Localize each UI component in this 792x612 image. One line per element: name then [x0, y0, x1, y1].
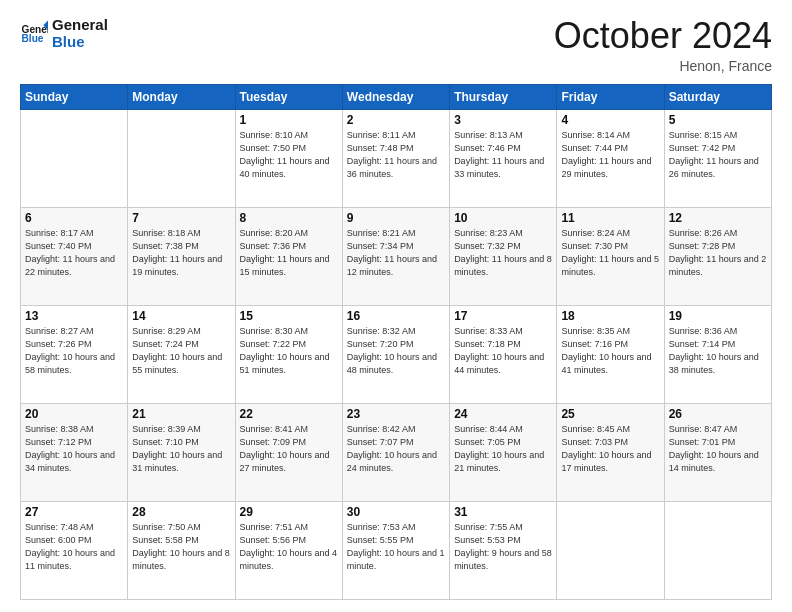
- day-info: Sunrise: 7:51 AM Sunset: 5:56 PM Dayligh…: [240, 521, 338, 573]
- day-info: Sunrise: 8:24 AM Sunset: 7:30 PM Dayligh…: [561, 227, 659, 279]
- day-info: Sunrise: 8:18 AM Sunset: 7:38 PM Dayligh…: [132, 227, 230, 279]
- calendar-day-cell: 9Sunrise: 8:21 AM Sunset: 7:34 PM Daylig…: [342, 207, 449, 305]
- calendar-day-cell: 27Sunrise: 7:48 AM Sunset: 6:00 PM Dayli…: [21, 501, 128, 599]
- calendar-week-row: 20Sunrise: 8:38 AM Sunset: 7:12 PM Dayli…: [21, 403, 772, 501]
- svg-text:Blue: Blue: [22, 34, 44, 45]
- day-number: 1: [240, 113, 338, 127]
- calendar-week-row: 27Sunrise: 7:48 AM Sunset: 6:00 PM Dayli…: [21, 501, 772, 599]
- col-monday: Monday: [128, 84, 235, 109]
- calendar-day-cell: 4Sunrise: 8:14 AM Sunset: 7:44 PM Daylig…: [557, 109, 664, 207]
- logo-blue-text: Blue: [52, 33, 108, 50]
- day-number: 8: [240, 211, 338, 225]
- day-number: 29: [240, 505, 338, 519]
- day-number: 3: [454, 113, 552, 127]
- day-info: Sunrise: 8:41 AM Sunset: 7:09 PM Dayligh…: [240, 423, 338, 475]
- day-info: Sunrise: 8:26 AM Sunset: 7:28 PM Dayligh…: [669, 227, 767, 279]
- calendar-week-row: 1Sunrise: 8:10 AM Sunset: 7:50 PM Daylig…: [21, 109, 772, 207]
- calendar-day-cell: 18Sunrise: 8:35 AM Sunset: 7:16 PM Dayli…: [557, 305, 664, 403]
- calendar-day-cell: 8Sunrise: 8:20 AM Sunset: 7:36 PM Daylig…: [235, 207, 342, 305]
- day-number: 31: [454, 505, 552, 519]
- calendar-table: Sunday Monday Tuesday Wednesday Thursday…: [20, 84, 772, 600]
- day-info: Sunrise: 8:32 AM Sunset: 7:20 PM Dayligh…: [347, 325, 445, 377]
- day-info: Sunrise: 8:23 AM Sunset: 7:32 PM Dayligh…: [454, 227, 552, 279]
- calendar-day-cell: 29Sunrise: 7:51 AM Sunset: 5:56 PM Dayli…: [235, 501, 342, 599]
- logo: General Blue General Blue: [20, 16, 108, 51]
- day-info: Sunrise: 8:29 AM Sunset: 7:24 PM Dayligh…: [132, 325, 230, 377]
- logo-general-text: General: [52, 16, 108, 33]
- calendar-day-cell: 17Sunrise: 8:33 AM Sunset: 7:18 PM Dayli…: [450, 305, 557, 403]
- calendar-day-cell: 13Sunrise: 8:27 AM Sunset: 7:26 PM Dayli…: [21, 305, 128, 403]
- col-sunday: Sunday: [21, 84, 128, 109]
- day-info: Sunrise: 8:35 AM Sunset: 7:16 PM Dayligh…: [561, 325, 659, 377]
- calendar-day-cell: 31Sunrise: 7:55 AM Sunset: 5:53 PM Dayli…: [450, 501, 557, 599]
- calendar-day-cell: [21, 109, 128, 207]
- day-number: 9: [347, 211, 445, 225]
- day-number: 23: [347, 407, 445, 421]
- day-number: 16: [347, 309, 445, 323]
- calendar-day-cell: 21Sunrise: 8:39 AM Sunset: 7:10 PM Dayli…: [128, 403, 235, 501]
- day-number: 11: [561, 211, 659, 225]
- day-info: Sunrise: 8:38 AM Sunset: 7:12 PM Dayligh…: [25, 423, 123, 475]
- day-info: Sunrise: 7:53 AM Sunset: 5:55 PM Dayligh…: [347, 521, 445, 573]
- day-info: Sunrise: 7:55 AM Sunset: 5:53 PM Dayligh…: [454, 521, 552, 573]
- day-info: Sunrise: 8:30 AM Sunset: 7:22 PM Dayligh…: [240, 325, 338, 377]
- day-info: Sunrise: 8:27 AM Sunset: 7:26 PM Dayligh…: [25, 325, 123, 377]
- day-info: Sunrise: 8:10 AM Sunset: 7:50 PM Dayligh…: [240, 129, 338, 181]
- day-number: 6: [25, 211, 123, 225]
- header: General Blue General Blue October 2024 H…: [20, 16, 772, 74]
- day-info: Sunrise: 8:36 AM Sunset: 7:14 PM Dayligh…: [669, 325, 767, 377]
- day-info: Sunrise: 8:39 AM Sunset: 7:10 PM Dayligh…: [132, 423, 230, 475]
- day-info: Sunrise: 8:14 AM Sunset: 7:44 PM Dayligh…: [561, 129, 659, 181]
- calendar-day-cell: 26Sunrise: 8:47 AM Sunset: 7:01 PM Dayli…: [664, 403, 771, 501]
- day-number: 15: [240, 309, 338, 323]
- calendar-day-cell: 10Sunrise: 8:23 AM Sunset: 7:32 PM Dayli…: [450, 207, 557, 305]
- day-info: Sunrise: 8:44 AM Sunset: 7:05 PM Dayligh…: [454, 423, 552, 475]
- calendar-day-cell: 24Sunrise: 8:44 AM Sunset: 7:05 PM Dayli…: [450, 403, 557, 501]
- day-number: 28: [132, 505, 230, 519]
- day-number: 14: [132, 309, 230, 323]
- day-number: 21: [132, 407, 230, 421]
- day-info: Sunrise: 7:50 AM Sunset: 5:58 PM Dayligh…: [132, 521, 230, 573]
- title-block: October 2024 Henon, France: [554, 16, 772, 74]
- day-number: 17: [454, 309, 552, 323]
- day-number: 25: [561, 407, 659, 421]
- col-saturday: Saturday: [664, 84, 771, 109]
- calendar-day-cell: 20Sunrise: 8:38 AM Sunset: 7:12 PM Dayli…: [21, 403, 128, 501]
- calendar-day-cell: 1Sunrise: 8:10 AM Sunset: 7:50 PM Daylig…: [235, 109, 342, 207]
- calendar-day-cell: 6Sunrise: 8:17 AM Sunset: 7:40 PM Daylig…: [21, 207, 128, 305]
- day-info: Sunrise: 8:13 AM Sunset: 7:46 PM Dayligh…: [454, 129, 552, 181]
- calendar-day-cell: [557, 501, 664, 599]
- day-info: Sunrise: 8:11 AM Sunset: 7:48 PM Dayligh…: [347, 129, 445, 181]
- day-number: 10: [454, 211, 552, 225]
- day-info: Sunrise: 8:15 AM Sunset: 7:42 PM Dayligh…: [669, 129, 767, 181]
- calendar-day-cell: 25Sunrise: 8:45 AM Sunset: 7:03 PM Dayli…: [557, 403, 664, 501]
- day-info: Sunrise: 8:20 AM Sunset: 7:36 PM Dayligh…: [240, 227, 338, 279]
- day-number: 4: [561, 113, 659, 127]
- day-number: 22: [240, 407, 338, 421]
- day-number: 24: [454, 407, 552, 421]
- day-number: 12: [669, 211, 767, 225]
- day-number: 7: [132, 211, 230, 225]
- day-info: Sunrise: 7:48 AM Sunset: 6:00 PM Dayligh…: [25, 521, 123, 573]
- day-info: Sunrise: 8:42 AM Sunset: 7:07 PM Dayligh…: [347, 423, 445, 475]
- calendar-day-cell: 11Sunrise: 8:24 AM Sunset: 7:30 PM Dayli…: [557, 207, 664, 305]
- calendar-week-row: 13Sunrise: 8:27 AM Sunset: 7:26 PM Dayli…: [21, 305, 772, 403]
- page: General Blue General Blue October 2024 H…: [0, 0, 792, 612]
- day-number: 20: [25, 407, 123, 421]
- day-info: Sunrise: 8:33 AM Sunset: 7:18 PM Dayligh…: [454, 325, 552, 377]
- day-number: 19: [669, 309, 767, 323]
- calendar-day-cell: 30Sunrise: 7:53 AM Sunset: 5:55 PM Dayli…: [342, 501, 449, 599]
- day-info: Sunrise: 8:45 AM Sunset: 7:03 PM Dayligh…: [561, 423, 659, 475]
- calendar-day-cell: 15Sunrise: 8:30 AM Sunset: 7:22 PM Dayli…: [235, 305, 342, 403]
- calendar-day-cell: 19Sunrise: 8:36 AM Sunset: 7:14 PM Dayli…: [664, 305, 771, 403]
- day-info: Sunrise: 8:21 AM Sunset: 7:34 PM Dayligh…: [347, 227, 445, 279]
- day-number: 2: [347, 113, 445, 127]
- col-wednesday: Wednesday: [342, 84, 449, 109]
- generalblue-logo-icon: General Blue: [20, 19, 48, 47]
- col-thursday: Thursday: [450, 84, 557, 109]
- calendar-day-cell: 7Sunrise: 8:18 AM Sunset: 7:38 PM Daylig…: [128, 207, 235, 305]
- day-number: 13: [25, 309, 123, 323]
- calendar-day-cell: 3Sunrise: 8:13 AM Sunset: 7:46 PM Daylig…: [450, 109, 557, 207]
- day-info: Sunrise: 8:17 AM Sunset: 7:40 PM Dayligh…: [25, 227, 123, 279]
- col-friday: Friday: [557, 84, 664, 109]
